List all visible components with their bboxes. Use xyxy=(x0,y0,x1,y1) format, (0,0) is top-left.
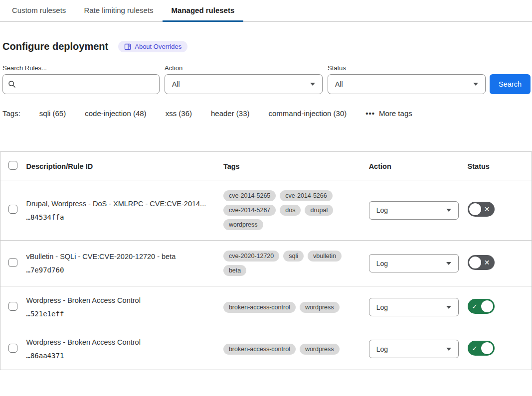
rule-tag-pill: beta xyxy=(223,265,246,276)
tab-custom-rulesets[interactable]: Custom rulesets xyxy=(3,0,75,22)
rule-tag-pill: sqli xyxy=(283,251,304,262)
action-select[interactable]: Log xyxy=(369,340,459,358)
rule-tag-pill: cve-2014-5267 xyxy=(223,205,276,216)
more-tags-label: More tags xyxy=(379,109,412,118)
rule-tags: cve-2020-12720sqlivbulletinbeta xyxy=(223,251,362,276)
tag-filter-link[interactable]: sqli (65) xyxy=(39,109,66,118)
rule-title: Drupal, Wordpress - DoS - XMLRPC - CVE:C… xyxy=(26,200,223,208)
status-toggle[interactable]: ✓ ✕ xyxy=(468,299,495,314)
rule-tag-pill: wordpress xyxy=(300,344,340,355)
tab-managed-rulesets[interactable]: Managed rulesets xyxy=(163,0,244,22)
rule-tag-pill: wordpress xyxy=(223,219,263,230)
row-checkbox[interactable] xyxy=(8,205,17,214)
rule-tag-pill: vbulletin xyxy=(308,251,342,262)
rule-title: Wordpress - Broken Access Control xyxy=(26,338,223,346)
action-select[interactable]: Log xyxy=(369,254,459,272)
row-checkbox[interactable] xyxy=(8,258,17,267)
about-overrides-label: About Overrides xyxy=(135,43,181,50)
action-select-value: Log xyxy=(376,345,388,353)
rule-tags: broken-access-controlwordpress xyxy=(223,344,362,355)
column-header-action: Action xyxy=(369,152,468,180)
search-input[interactable] xyxy=(20,75,154,94)
table-row: Drupal, Wordpress - DoS - XMLRPC - CVE:C… xyxy=(0,180,532,241)
rule-tag-pill: broken-access-control xyxy=(223,344,296,355)
chevron-down-icon xyxy=(446,348,451,351)
action-filter-label: Action xyxy=(165,64,323,72)
select-all-checkbox[interactable] xyxy=(8,161,17,170)
table-row: Wordpress - Broken Access Control …86aa4… xyxy=(0,328,532,370)
column-header-description: Description/Rule ID xyxy=(26,152,223,180)
toggle-knob xyxy=(469,257,481,268)
rule-tag-pill: cve-2020-12720 xyxy=(223,251,279,262)
tag-filter-link[interactable]: code-injection (48) xyxy=(85,109,146,118)
book-icon xyxy=(124,43,131,50)
status-filter: Status All xyxy=(328,64,486,94)
status-filter-select[interactable]: All xyxy=(328,74,486,94)
chevron-down-icon xyxy=(446,306,451,309)
column-header-status: Status xyxy=(468,152,532,180)
search-button[interactable]: Search xyxy=(490,74,531,94)
action-select-value: Log xyxy=(376,303,388,311)
table-row: Wordpress - Broken Access Control …521e1… xyxy=(0,286,532,328)
tags-bar-label: Tags: xyxy=(2,109,20,118)
table-header-row: Description/Rule ID Tags Action Status xyxy=(0,152,532,180)
action-select[interactable]: Log xyxy=(369,201,459,220)
row-checkbox[interactable] xyxy=(8,302,17,311)
rule-tag-pill: wordpress xyxy=(300,302,340,313)
rules-table-body: Drupal, Wordpress - DoS - XMLRPC - CVE:C… xyxy=(0,180,532,370)
status-toggle[interactable]: ✓ ✕ xyxy=(468,255,495,270)
status-filter-label: Status xyxy=(328,64,486,72)
action-filter-select[interactable]: All xyxy=(165,74,323,94)
search-icon xyxy=(8,80,16,88)
action-select-value: Log xyxy=(376,260,388,267)
search-box xyxy=(2,74,160,94)
rule-tags: cve-2014-5265cve-2014-5266cve-2014-5267d… xyxy=(223,190,362,230)
about-overrides-link[interactable]: About Overrides xyxy=(118,41,187,52)
column-header-tags: Tags xyxy=(223,152,369,180)
tags-list: sqli (65)code-injection (48)xss (36)head… xyxy=(39,109,347,118)
rule-tag-pill: cve-2014-5265 xyxy=(223,190,276,201)
rule-title: Wordpress - Broken Access Control xyxy=(26,296,223,304)
row-checkbox[interactable] xyxy=(8,344,17,353)
check-icon: ✓ xyxy=(472,345,478,351)
action-filter: Action All xyxy=(165,64,323,94)
rule-id: …84534ffa xyxy=(26,213,223,221)
ruleset-tabs: Custom rulesets Rate limiting rulesets M… xyxy=(0,0,532,22)
more-tags-button[interactable]: ••• More tags xyxy=(365,109,412,118)
chevron-down-icon xyxy=(310,83,315,86)
check-icon: ✓ xyxy=(472,303,478,309)
status-toggle[interactable]: ✓ ✕ xyxy=(468,341,495,356)
tag-filter-link[interactable]: xss (36) xyxy=(166,109,192,118)
rule-id: …7e97d760 xyxy=(26,266,223,274)
table-row: vBulletin - SQLi - CVE:CVE-2020-12720 - … xyxy=(0,241,532,286)
rule-tag-pill: cve-2014-5266 xyxy=(280,190,332,201)
tag-filter-link[interactable]: command-injection (30) xyxy=(269,109,347,118)
toggle-knob xyxy=(469,203,481,215)
rule-tag-pill: drupal xyxy=(305,205,333,216)
rule-tags: broken-access-controlwordpress xyxy=(223,302,362,313)
toggle-knob xyxy=(481,342,493,354)
rule-tag-pill: broken-access-control xyxy=(223,302,296,313)
status-toggle[interactable]: ✓ ✕ xyxy=(468,202,495,217)
action-select-value: Log xyxy=(376,206,388,214)
search-filter: Search Rules... xyxy=(2,64,160,94)
tab-rate-limiting-rulesets[interactable]: Rate limiting rulesets xyxy=(75,0,162,22)
search-label: Search Rules... xyxy=(2,64,160,72)
action-select[interactable]: Log xyxy=(369,298,459,316)
tags-bar: Tags: sqli (65)code-injection (48)xss (3… xyxy=(2,109,532,118)
rule-tag-pill: dos xyxy=(280,205,301,216)
ellipsis-icon: ••• xyxy=(365,110,375,117)
page-title: Configure deployment xyxy=(2,41,108,52)
rule-id: …86aa4371 xyxy=(26,352,223,360)
tag-filter-link[interactable]: header (33) xyxy=(211,109,250,118)
chevron-down-icon xyxy=(473,83,478,86)
filter-bar: Search Rules... Action All Status All Se… xyxy=(2,64,530,94)
chevron-down-icon xyxy=(446,262,451,265)
status-filter-value: All xyxy=(335,80,343,88)
action-filter-value: All xyxy=(172,80,180,88)
x-icon: ✕ xyxy=(484,206,490,213)
x-icon: ✕ xyxy=(484,259,490,266)
toggle-knob xyxy=(481,300,493,312)
rule-title: vBulletin - SQLi - CVE:CVE-2020-12720 - … xyxy=(26,253,223,261)
chevron-down-icon xyxy=(446,209,451,212)
